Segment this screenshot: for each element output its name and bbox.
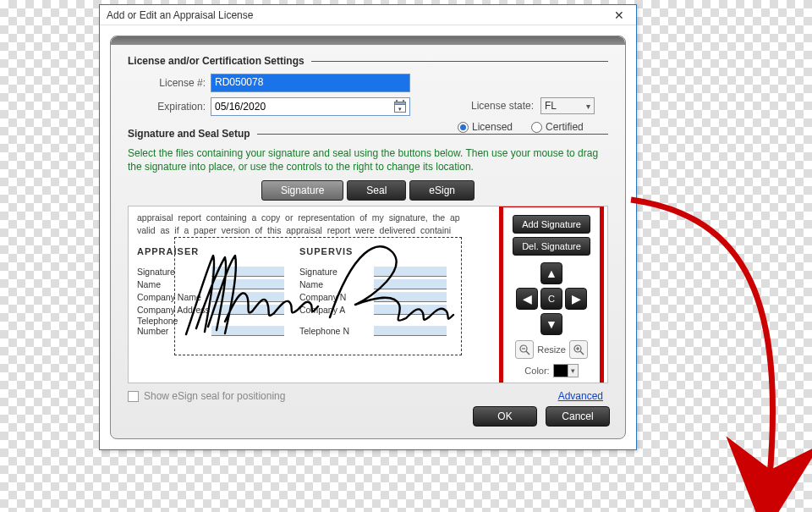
dialog-body: License and/or Certification Settings Li… bbox=[110, 36, 626, 439]
callout-arrow bbox=[621, 191, 798, 512]
license-settings-heading-text: License and/or Certification Settings bbox=[128, 55, 304, 67]
supervisor-title: SUPERVIS bbox=[299, 246, 447, 256]
signature-hint: Select the files containing your signatu… bbox=[128, 146, 608, 173]
center-button[interactable]: C bbox=[540, 288, 562, 310]
license-state-label: License state: bbox=[458, 100, 534, 112]
signature-preview[interactable]: appraisal report containing a copy or re… bbox=[128, 206, 608, 383]
license-number-input[interactable]: RD050078 bbox=[211, 74, 410, 92]
divider bbox=[311, 61, 608, 62]
license-number-label: License #: bbox=[128, 77, 206, 89]
legal-text: appraisal report containing a copy or re… bbox=[137, 212, 447, 235]
sup-field-company-name-label: Company N bbox=[299, 292, 374, 302]
field-signature-label: Signature bbox=[137, 267, 211, 277]
legal-line-1: appraisal report containing a copy or re… bbox=[137, 212, 460, 223]
field-company-name-line bbox=[211, 292, 284, 302]
radio-certified-dot bbox=[531, 122, 542, 133]
license-type-radios: Licensed Certified bbox=[458, 121, 626, 133]
field-name-label: Name bbox=[137, 279, 211, 289]
arrow-up-icon[interactable]: ▲ bbox=[540, 262, 562, 284]
supervisor-column: SUPERVIS Signature Name Company N Compan… bbox=[299, 246, 447, 337]
add-signature-button[interactable]: Add Signature bbox=[513, 215, 590, 234]
svg-line-6 bbox=[526, 351, 529, 355]
divider bbox=[257, 134, 608, 135]
arrow-left-icon[interactable]: ◀ bbox=[516, 288, 538, 310]
svg-rect-3 bbox=[403, 100, 404, 102]
field-company-address-label: Company Address bbox=[137, 305, 211, 315]
sup-field-name-line bbox=[374, 279, 447, 289]
checkbox-box bbox=[128, 391, 139, 402]
license-state-row: License state: FL ▾ bbox=[458, 97, 626, 114]
dpad: ▲ ◀ C ▶ ▼ bbox=[513, 262, 590, 335]
sup-field-company-address-line bbox=[374, 305, 447, 315]
expiration-value: 05/16/2020 bbox=[215, 101, 266, 113]
sup-field-name-label: Name bbox=[299, 279, 374, 289]
dialog-title: Add or Edit an Appraisal License bbox=[107, 9, 607, 21]
signature-seal-heading-text: Signature and Seal Setup bbox=[128, 128, 250, 140]
sup-field-company-address-label: Company A bbox=[299, 305, 374, 315]
sup-field-signature-label: Signature bbox=[299, 267, 374, 277]
resize-row: Resize bbox=[515, 340, 588, 359]
expiration-date-input[interactable]: 05/16/2020 ▾ bbox=[211, 97, 410, 116]
advanced-link[interactable]: Advanced bbox=[558, 390, 603, 402]
zoom-out-icon[interactable] bbox=[515, 340, 534, 359]
sup-field-company-name-line bbox=[374, 292, 447, 302]
sup-field-signature-line bbox=[374, 267, 447, 277]
svg-rect-2 bbox=[396, 100, 398, 102]
resize-label: Resize bbox=[537, 344, 566, 355]
appraiser-column: APPRAISER Signature Name Company Name Co… bbox=[137, 246, 284, 337]
show-esign-seal-label: Show eSign seal for positioning bbox=[144, 390, 285, 402]
calendar-icon[interactable]: ▾ bbox=[394, 100, 406, 113]
color-row: Color: ▾ bbox=[524, 364, 578, 377]
tab-signature[interactable]: Signature bbox=[261, 180, 343, 201]
cancel-button[interactable]: Cancel bbox=[546, 406, 610, 427]
ok-button[interactable]: OK bbox=[473, 406, 537, 427]
color-picker[interactable]: ▾ bbox=[553, 364, 579, 377]
tabs: Signature Seal eSign bbox=[128, 180, 608, 201]
radio-licensed-dot bbox=[458, 122, 469, 133]
preview-footer: Show eSign seal for positioning Advanced bbox=[128, 390, 608, 402]
appraisal-license-dialog: Add or Edit an Appraisal License ✕ Licen… bbox=[99, 4, 637, 450]
legal-line-2: valid as if a paper version of this appr… bbox=[137, 225, 451, 235]
field-name-line bbox=[211, 279, 284, 289]
radio-certified[interactable]: Certified bbox=[531, 121, 584, 133]
tab-esign[interactable]: eSign bbox=[409, 180, 475, 201]
appraiser-title: APPRAISER bbox=[137, 246, 284, 256]
radio-licensed-label: Licensed bbox=[472, 121, 513, 133]
license-state-select[interactable]: FL ▾ bbox=[540, 97, 595, 114]
license-settings-heading: License and/or Certification Settings bbox=[128, 55, 608, 67]
signature-control-panel: Add Signature Del. Signature ▲ ◀ C ▶ ▼ R… bbox=[504, 206, 599, 383]
svg-text:▾: ▾ bbox=[398, 106, 402, 112]
license-right-column: License state: FL ▾ Licensed Certified bbox=[458, 97, 626, 133]
license-state-value: FL bbox=[545, 100, 557, 112]
arrow-right-icon[interactable]: ▶ bbox=[565, 288, 587, 310]
field-telephone-line bbox=[211, 326, 284, 336]
show-esign-seal-checkbox[interactable]: Show eSign seal for positioning bbox=[128, 390, 285, 402]
chevron-down-icon: ▾ bbox=[586, 102, 590, 111]
dialog-button-bar: OK Cancel bbox=[473, 406, 610, 427]
arrow-down-icon[interactable]: ▼ bbox=[540, 313, 562, 335]
tab-seal[interactable]: Seal bbox=[347, 180, 406, 201]
field-company-name-label: Company Name bbox=[137, 292, 211, 302]
field-signature-line bbox=[211, 267, 284, 277]
field-company-address-line bbox=[211, 305, 284, 315]
zoom-in-icon[interactable] bbox=[569, 340, 588, 359]
close-icon[interactable]: ✕ bbox=[607, 7, 631, 24]
sup-field-telephone-line bbox=[374, 326, 447, 336]
delete-signature-button[interactable]: Del. Signature bbox=[513, 237, 590, 256]
svg-line-9 bbox=[580, 351, 584, 355]
color-label: Color: bbox=[524, 366, 549, 376]
license-number-row: License #: RD050078 bbox=[128, 74, 608, 92]
chevron-down-icon: ▾ bbox=[568, 365, 578, 377]
radio-certified-label: Certified bbox=[546, 121, 584, 133]
color-swatch bbox=[554, 365, 568, 377]
radio-licensed[interactable]: Licensed bbox=[458, 121, 513, 133]
titlebar: Add or Edit an Appraisal License ✕ bbox=[100, 5, 636, 25]
field-telephone-label: Telephone Number bbox=[137, 316, 211, 336]
expiration-label: Expiration: bbox=[128, 101, 206, 113]
sup-field-telephone-label: Telephone N bbox=[299, 326, 374, 336]
